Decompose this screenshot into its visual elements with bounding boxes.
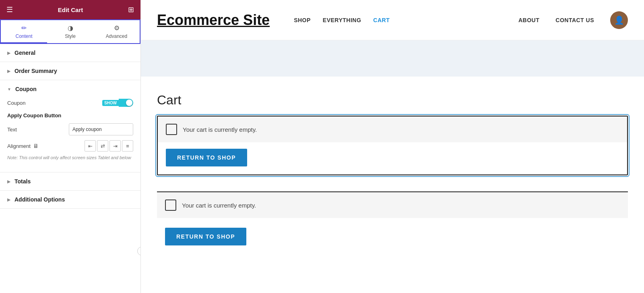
chevron-right-icon-2: ▶ <box>7 69 10 73</box>
apply-coupon-section: Apply Coupon Button Text ≡ Alignment 🖥 <box>7 112 133 161</box>
section-totals-header[interactable]: ▶ Totals <box>7 178 133 185</box>
nav-link-contact[interactable]: CONTACT US <box>555 17 594 23</box>
sidebar: ☰ Edit Cart ⊞ ✏ Content ◑ Style ⚙ Advanc… <box>0 0 141 293</box>
cart-empty-text-second: Your cart is currently empty. <box>182 202 256 209</box>
chevron-right-icon-4: ▶ <box>7 197 10 202</box>
content-tab-label: Content <box>15 33 32 39</box>
align-left-button[interactable]: ⇤ <box>85 140 96 152</box>
section-order-summary: ▶ Order Summary <box>0 62 140 80</box>
toggle-show-label: SHOW <box>102 100 119 106</box>
chevron-down-icon: ▼ <box>7 87 11 91</box>
section-totals: ▶ Totals <box>0 172 140 191</box>
advanced-tab-icon: ⚙ <box>114 24 120 32</box>
tab-content[interactable]: ✏ Content <box>1 20 47 43</box>
text-field-row: Text ≡ <box>7 123 133 135</box>
coupon-toggle[interactable]: SHOW <box>102 99 133 107</box>
content-tab-icon: ✏ <box>21 24 27 32</box>
text-field-label: Text <box>7 127 17 133</box>
section-general-header[interactable]: ▶ General <box>7 50 133 56</box>
cart-box-first: Your cart is currently empty. RETURN TO … <box>157 116 628 175</box>
align-center-button[interactable]: ⇄ <box>97 140 108 152</box>
section-coupon-header[interactable]: ▼ Coupon <box>7 86 133 92</box>
apply-coupon-text-input[interactable] <box>69 124 133 135</box>
return-to-shop-button-2[interactable]: RETURN TO SHOP <box>165 228 246 245</box>
chevron-right-icon-3: ▶ <box>7 179 10 184</box>
section-order-summary-header[interactable]: ▶ Order Summary <box>7 68 133 74</box>
cart-empty-row-second: Your cart is currently empty. <box>157 191 628 218</box>
alignment-buttons: ⇤ ⇄ ⇥ ≡ <box>85 140 133 152</box>
align-justify-button[interactable]: ≡ <box>122 140 133 152</box>
hamburger-icon[interactable]: ☰ <box>6 5 13 14</box>
section-additional-options-header[interactable]: ▶ Additional Options <box>7 196 133 203</box>
section-general: ▶ General <box>0 44 140 62</box>
apply-coupon-title: Apply Coupon Button <box>7 112 133 118</box>
style-tab-label: Style <box>65 33 76 39</box>
hero-banner <box>141 40 644 77</box>
section-order-summary-label: Order Summary <box>14 68 57 74</box>
nav-link-about[interactable]: ABOUT <box>518 17 539 23</box>
coupon-toggle-row: Coupon SHOW <box>7 99 133 107</box>
coupon-content: Coupon SHOW Apply Coupon Button Text ≡ <box>7 99 133 161</box>
align-right-button[interactable]: ⇥ <box>109 140 121 152</box>
top-nav: Ecommerce Site SHOP EVERYTHING CART ABOU… <box>141 0 644 40</box>
section-totals-label: Totals <box>14 178 31 185</box>
nav-links: SHOP EVERYTHING CART <box>294 17 518 23</box>
toggle-switch[interactable] <box>119 99 133 107</box>
alignment-label-group: Alignment 🖥 <box>7 143 82 149</box>
tab-style[interactable]: ◑ Style <box>47 20 93 43</box>
cart-page-title: Cart <box>157 93 628 108</box>
sidebar-tabs: ✏ Content ◑ Style ⚙ Advanced <box>0 19 140 44</box>
main-content: Ecommerce Site SHOP EVERYTHING CART ABOU… <box>141 0 644 293</box>
nav-link-everything[interactable]: EVERYTHING <box>323 17 361 23</box>
monitor-icon: 🖥 <box>33 143 39 149</box>
section-additional-options-label: Additional Options <box>14 196 65 203</box>
nav-link-shop[interactable]: SHOP <box>294 17 311 23</box>
grid-icon[interactable]: ⊞ <box>128 5 134 14</box>
site-title: Ecommerce Site <box>157 12 270 29</box>
section-additional-options: ▶ Additional Options <box>0 191 140 209</box>
chevron-right-icon: ▶ <box>7 51 10 55</box>
nav-link-cart[interactable]: CART <box>373 17 390 23</box>
alignment-note: Note: This control will only affect scre… <box>7 155 133 161</box>
shopping-cart-icon-2 <box>165 199 176 211</box>
nav-right: ABOUT CONTACT US 👤 <box>518 11 628 29</box>
section-general-label: General <box>14 50 35 56</box>
cart-empty-row-first: Your cart is currently empty. <box>158 116 627 142</box>
apply-coupon-input-wrapper: ≡ <box>69 123 133 135</box>
coupon-toggle-label: Coupon <box>7 100 26 106</box>
cart-empty-text-first: Your cart is currently empty. <box>183 126 257 133</box>
sidebar-title: Edit Cart <box>58 6 83 13</box>
cart-action-row: RETURN TO SHOP <box>158 142 627 175</box>
style-tab-icon: ◑ <box>68 24 73 32</box>
sidebar-header: ☰ Edit Cart ⊞ <box>0 0 140 19</box>
alignment-label: Alignment <box>7 143 31 149</box>
section-coupon-label: Coupon <box>15 86 37 92</box>
sidebar-collapse-button[interactable]: ❮ <box>137 247 141 256</box>
avatar: 👤 <box>610 11 628 29</box>
return-to-shop-button[interactable]: RETURN TO SHOP <box>166 149 247 166</box>
cart-content: Cart Your cart is currently empty. RETUR… <box>141 77 644 191</box>
tab-advanced[interactable]: ⚙ Advanced <box>93 20 140 43</box>
bottom-section: Your cart is currently empty. RETURN TO … <box>141 191 644 258</box>
alignment-row: Alignment 🖥 ⇤ ⇄ ⇥ ≡ <box>7 140 133 152</box>
shopping-cart-icon <box>166 124 177 135</box>
advanced-tab-label: Advanced <box>106 33 127 39</box>
section-coupon: ▼ Coupon Coupon SHOW Apply Coupon Button… <box>0 80 140 172</box>
